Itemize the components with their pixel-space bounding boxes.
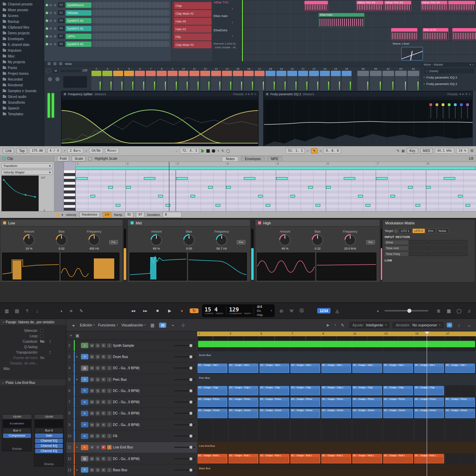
knob-dial[interactable] (23, 234, 35, 246)
mixer-track-strip[interactable]: 10 (178, 67, 189, 91)
output-slot[interactable]: Bus 4 (3, 428, 31, 433)
input-monitor-button[interactable]: I (107, 411, 112, 415)
arrangement-ruler-ticks[interactable] (197, 336, 476, 340)
audio-region[interactable]: DC - Guapo - Groov (383, 408, 413, 419)
knob[interactable]: Bias 0.32 (304, 230, 331, 250)
knob-dial[interactable] (312, 234, 323, 246)
audio-region[interactable]: DC - Guapo - Clap (352, 386, 382, 396)
insert-slot[interactable]: ▸ Fruity parametric EQ 2 (424, 81, 474, 86)
clear-target-icon[interactable]: × (394, 229, 398, 233)
overdub-icon[interactable]: + (217, 149, 219, 153)
zoom-icon[interactable] (59, 62, 62, 65)
eq-band-slider[interactable] (465, 103, 470, 118)
midi-note[interactable] (108, 186, 113, 189)
track-volume-slider[interactable] (174, 345, 195, 346)
lcd-tempo[interactable]: 129 (229, 307, 251, 312)
pointer-tool-icon[interactable]: ➤ (324, 323, 331, 328)
audio-region[interactable]: DC - Guapo - Kick L (259, 454, 290, 464)
track-header[interactable]: 5 ▾ ≈ M S R I Perc Bus (66, 374, 197, 385)
midi-note[interactable] (76, 177, 88, 180)
transform-menu[interactable]: Transform ▾ (1, 163, 53, 168)
solo-button[interactable]: S (96, 468, 100, 472)
fl-browser-item[interactable]: Clipboard files (0, 24, 44, 30)
tap-tempo-button[interactable]: Tap (16, 148, 27, 154)
velocity-shaper-curve[interactable] (1, 175, 39, 212)
track-name[interactable]: DC - Gu...9 BPM) (113, 411, 173, 415)
loop-brace[interactable] (75, 167, 476, 170)
audio-region[interactable]: DC - Guapo - Groov (290, 408, 321, 419)
eq-band-handle-icon[interactable] (448, 103, 451, 106)
track-name[interactable]: Perc Bus (113, 378, 173, 381)
fl-browser-item[interactable]: Scores (0, 13, 44, 19)
fl-browser-item[interactable]: Packs (0, 65, 44, 71)
strip-setting-button[interactable]: Ajuste (34, 414, 64, 419)
channel-step-grid[interactable] (92, 18, 170, 23)
mixer-track-strip[interactable]: 5 (124, 67, 134, 91)
session-record-icon[interactable]: ◯ (226, 149, 230, 153)
fl-pattern-clip[interactable]: Hats #5 (172, 18, 211, 25)
pre-button[interactable]: Pre (109, 240, 118, 244)
audio-region[interactable]: DC - Guapo - Percu (445, 397, 475, 407)
record-arm-button[interactable]: R (101, 366, 106, 370)
mixer-track-strip[interactable]: 17 (254, 67, 265, 91)
note-pads-icon[interactable]: ▦ (445, 308, 452, 313)
disclosure-icon[interactable]: ▾ (76, 355, 80, 358)
preset-prev-icon[interactable]: ◂ (459, 92, 461, 96)
track-name[interactable]: DC - Gu...9 BPM) (113, 366, 173, 370)
scale-root-field[interactable]: C#/Db (89, 148, 103, 154)
record-arm-button[interactable]: R (101, 355, 106, 359)
knob[interactable]: Amount 48 % (272, 230, 298, 250)
quantize-menu[interactable]: 2 Bars (67, 148, 83, 154)
channel-pan-knob[interactable] (49, 3, 52, 7)
mixer-track-strip[interactable]: 2 (91, 67, 102, 91)
splitter-curve-display[interactable] (62, 100, 258, 146)
track-name[interactable]: Fill (113, 434, 173, 438)
key-map-button[interactable]: Key (407, 148, 418, 154)
crosshair-icon[interactable]: ⊹ (180, 323, 187, 328)
knob[interactable]: Amount 19 % (16, 230, 42, 250)
midi-note[interactable] (166, 204, 170, 207)
midi-note[interactable] (415, 204, 420, 207)
ramp-start-value[interactable]: 92 (125, 212, 133, 218)
back-icon[interactable]: ◂ (70, 323, 76, 328)
input-monitor-button[interactable]: I (107, 468, 112, 472)
track-header[interactable]: 9 ▾ ≈ M S R I DC - Gu...8 BPM) (66, 419, 197, 430)
gear-icon[interactable]: ⚙ (266, 92, 269, 96)
channel-volume-knob[interactable] (53, 35, 57, 38)
eq-band-slider-track[interactable] (455, 107, 456, 118)
lcd-position[interactable]: 15 4 (205, 307, 223, 312)
device-header[interactable]: Mid (128, 220, 250, 226)
master-fader[interactable] (61, 70, 81, 72)
matrix-cell[interactable] (429, 240, 448, 244)
loop-start-field[interactable]: 53. 1. 1 (286, 148, 305, 154)
mixer-track-strip[interactable]: 59 (370, 67, 382, 91)
device-header[interactable]: Low (0, 220, 123, 226)
track-volume-slider[interactable] (174, 379, 195, 380)
channel-pan-knob[interactable] (49, 19, 52, 22)
cycle-button[interactable]: ↻ (190, 308, 199, 313)
track-header[interactable]: 8 ▾ ≈ M S R I DC - Gu...9 BPM) (66, 408, 197, 419)
audio-region[interactable]: DC - Guapo - Clap (259, 386, 290, 396)
channel-pan-knob[interactable] (49, 11, 52, 15)
zoom-mode-label[interactable]: Wide (65, 62, 72, 66)
audio-region[interactable]: DC - Guapo - Clap L (228, 386, 259, 396)
audio-region[interactable]: DC - Guapo - Percu (197, 397, 228, 407)
zoom-v-icon[interactable]: ↕ (456, 323, 462, 328)
snap-icon[interactable] (48, 62, 51, 65)
scale-button[interactable]: Scale (72, 156, 86, 162)
solo-button[interactable]: S (96, 377, 100, 382)
fl-browser-item[interactable]: Impulses (0, 48, 44, 53)
audio-region[interactable]: DC - Guapo - Percu (259, 397, 290, 407)
mixer-icon[interactable]: ▤ (14, 308, 20, 313)
playlist-clip[interactable]: Atthar THC #3 (356, 1, 384, 11)
fold-button[interactable]: Fold (57, 156, 69, 162)
master-volume-slider[interactable] (385, 310, 428, 311)
audio-region[interactable]: DC - Guapo - Groov (321, 408, 352, 419)
midi-note[interactable] (276, 177, 288, 180)
fl-browser-item[interactable]: Demo projects (0, 30, 44, 36)
list-view-icon[interactable]: ▤ (159, 323, 166, 328)
input-monitor-button[interactable]: I (107, 343, 112, 348)
forward-button[interactable]: ▸▸ (141, 308, 150, 313)
eq-band-slider-track[interactable] (467, 107, 468, 118)
track-inspector-header[interactable]: ▸ Pista: Low End Bus (0, 379, 66, 386)
